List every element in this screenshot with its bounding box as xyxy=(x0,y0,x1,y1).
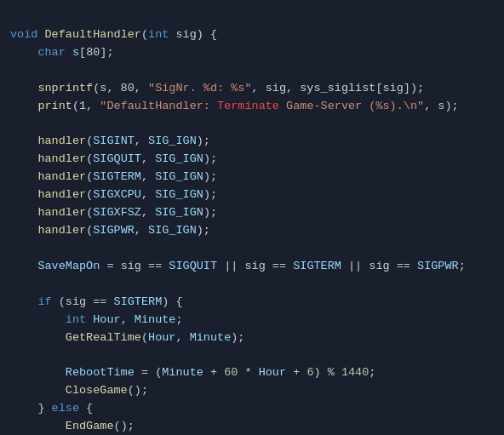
code-token: char xyxy=(10,44,72,62)
code-token: ); xyxy=(203,186,217,204)
code-token: { xyxy=(79,400,93,418)
code-token: if xyxy=(37,294,51,312)
code-token: 6 xyxy=(306,364,313,382)
code-token: , xyxy=(141,169,155,186)
code-token: sig) { xyxy=(169,26,217,44)
code-token: , xyxy=(121,312,135,329)
code-line: GetRealTime(Hour, Minute); xyxy=(0,329,504,347)
code-token: || sig == xyxy=(217,258,293,276)
code-token: , xyxy=(135,133,148,151)
code-token: ( xyxy=(86,133,93,151)
code-line xyxy=(0,116,504,134)
code-token: SIGXCPU xyxy=(93,186,141,204)
code-token: void xyxy=(10,26,45,44)
code-token: SIGXFSZ xyxy=(93,204,141,222)
code-token: , xyxy=(141,204,155,222)
code-token: Hour xyxy=(259,364,286,382)
code-token: SIG_IGN xyxy=(148,133,197,151)
code-token: s xyxy=(72,44,79,62)
code-line: print(1, "DefaultHandler: Terminate Game… xyxy=(0,98,504,116)
code-token: int xyxy=(66,312,86,329)
code-token: handler xyxy=(10,204,86,222)
code-token: ); xyxy=(197,222,210,240)
code-token: SIGINT xyxy=(93,133,135,151)
code-token: SIGQUIT xyxy=(169,258,217,276)
code-editor: void DefaultHandler(int sig) { char s[80… xyxy=(0,0,504,435)
code-token: ; xyxy=(175,312,182,329)
code-token: SIG_IGN xyxy=(148,222,197,240)
code-token: + xyxy=(286,364,306,382)
code-token: ( xyxy=(86,204,93,222)
code-token: SIGPWR xyxy=(93,222,135,240)
code-line xyxy=(0,276,504,294)
code-token: Hour xyxy=(148,329,175,347)
code-token: ); xyxy=(197,133,210,151)
code-token: = sig == xyxy=(100,258,169,276)
code-token: Game-Server (%s).\n" xyxy=(279,98,424,116)
code-token: Terminate xyxy=(217,98,279,116)
code-token: ( xyxy=(141,26,148,44)
code-token: = ( xyxy=(135,364,162,382)
code-token: ( xyxy=(86,186,93,204)
code-token: SIG_IGN xyxy=(155,151,203,169)
code-token: SIGTERM xyxy=(93,169,141,186)
code-token: handler xyxy=(10,186,86,204)
code-token: 1440 xyxy=(341,364,369,382)
code-token: ); xyxy=(203,151,217,169)
code-token: } xyxy=(10,400,52,418)
code-token: ); xyxy=(203,204,217,222)
code-token: ) { xyxy=(162,294,182,312)
code-token: CloseGame xyxy=(66,382,128,400)
code-token: 60 xyxy=(224,364,238,382)
code-token: else xyxy=(52,400,79,418)
code-token: ; xyxy=(459,258,466,276)
code-token: SIGTERM xyxy=(114,294,163,312)
code-token: ); xyxy=(231,329,244,347)
code-token: ( xyxy=(86,222,93,240)
code-token: , s); xyxy=(424,98,459,116)
code-token: ( xyxy=(86,151,93,169)
code-token: print xyxy=(10,98,72,116)
code-line: if (sig == SIGTERM) { xyxy=(0,294,504,312)
code-token: , xyxy=(141,151,155,169)
code-token: "SigNr. %d: %s" xyxy=(148,80,252,98)
code-token: || sig == xyxy=(341,258,417,276)
code-token: , sig, sys_siglist[sig]); xyxy=(252,80,425,98)
code-line: RebootTime = (Minute + 60 * Hour + 6) % … xyxy=(0,364,504,382)
code-token: SIGQUIT xyxy=(93,151,141,169)
code-token: * xyxy=(238,364,258,382)
code-token: ( xyxy=(141,329,148,347)
code-token: + xyxy=(203,364,224,382)
code-token: SIGTERM xyxy=(293,258,341,276)
code-token: (s, 80, xyxy=(93,80,148,98)
code-line: handler(SIGXCPU, SIG_IGN); xyxy=(0,186,504,204)
code-line: void DefaultHandler(int sig) { xyxy=(0,26,504,44)
code-token: SIGPWR xyxy=(417,258,459,276)
code-token: handler xyxy=(10,133,86,151)
code-token: (1, xyxy=(72,98,100,116)
code-token: Hour xyxy=(93,312,120,329)
code-line: handler(SIGTERM, SIG_IGN); xyxy=(0,169,504,186)
code-token: , xyxy=(135,222,148,240)
code-line: handler(SIGPWR, SIG_IGN); xyxy=(0,222,504,240)
code-line: char s[80]; xyxy=(0,44,504,62)
code-line xyxy=(0,347,504,365)
code-token xyxy=(10,329,66,347)
code-line: CloseGame(); xyxy=(0,382,504,400)
code-token: ); xyxy=(203,169,217,186)
code-token: handler xyxy=(10,151,86,169)
code-token xyxy=(10,364,66,382)
code-token: handler xyxy=(10,222,86,240)
code-token: (); xyxy=(114,418,135,435)
code-token: [80]; xyxy=(79,44,114,62)
code-token: int xyxy=(148,26,169,44)
code-token: (sig == xyxy=(52,294,114,312)
code-token: SIG_IGN xyxy=(155,204,203,222)
code-token xyxy=(86,312,93,329)
code-token: EndGame xyxy=(66,418,114,435)
code-token: ) % xyxy=(314,364,341,382)
code-token: RebootTime xyxy=(66,364,135,382)
code-line: handler(SIGQUIT, SIG_IGN); xyxy=(0,151,504,169)
code-token: ( xyxy=(86,169,93,186)
code-line xyxy=(0,62,504,80)
